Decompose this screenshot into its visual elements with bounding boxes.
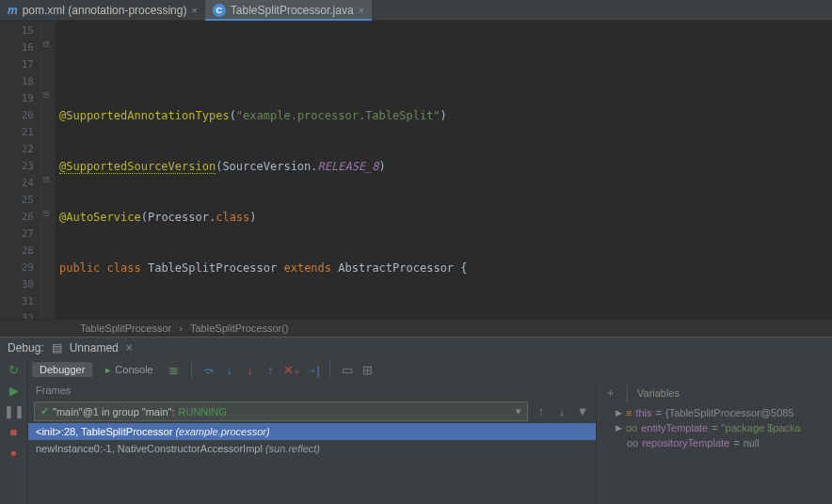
tab-debugger[interactable]: Debugger xyxy=(32,362,92,377)
frame-item[interactable]: newInstance0:-1, NativeConstructorAccess… xyxy=(28,440,596,457)
editor-tabs: m pom.xml (annotation-processing) × C Ta… xyxy=(0,0,832,21)
debug-panel: Debug: ▤ Unnamed × ↻ ▶ ❚❚ ■ ● Debugger ▸… xyxy=(0,337,832,504)
frames-title: Frames xyxy=(28,381,596,400)
fold-toggle[interactable]: ⊟ xyxy=(43,39,53,49)
fold-toggle[interactable]: ⊟ xyxy=(43,175,53,184)
thread-selector[interactable]: ✔ "main"@1 in group "main": RUNNING ▾ xyxy=(34,402,528,421)
debug-side-toolbar: ↻ ▶ ❚❚ ■ ● xyxy=(0,358,28,504)
step-over-icon[interactable]: ⤼ xyxy=(201,362,216,377)
expand-icon[interactable]: ▶ xyxy=(616,408,622,417)
drop-frame-icon[interactable]: ✕₊ xyxy=(284,362,299,377)
variable-item[interactable]: ▶ ≡ this = {TableSplitProcessor@5085 xyxy=(597,405,832,420)
step-into-icon[interactable]: ↓ xyxy=(222,362,237,377)
variables-title: Variables xyxy=(637,387,680,399)
tab-console[interactable]: ▸Console xyxy=(98,362,160,378)
variable-item[interactable]: ▶ oo entityTemplate = "package $packa xyxy=(597,420,832,435)
rerun-icon[interactable]: ↻ xyxy=(7,362,22,377)
class-icon: C xyxy=(213,4,226,17)
debug-tabs: Debugger ▸Console ≣ ⤼ ↓ ↓ ↑ ✕₊ →| ▭ ⊞ xyxy=(28,358,832,381)
debug-title: Debug: xyxy=(8,341,44,354)
add-watch-icon[interactable]: ＋ xyxy=(602,386,617,401)
variable-item[interactable]: oo repositoryTemplate = null xyxy=(597,435,832,450)
session-name[interactable]: Unnamed xyxy=(70,341,119,354)
fold-toggle[interactable]: ⊟ xyxy=(43,90,53,100)
frame-list[interactable]: <init>:28, TableSplitProcessor (example.… xyxy=(28,423,596,504)
breadcrumb-item[interactable]: TableSplitProcessor() xyxy=(185,323,294,334)
evaluate-icon[interactable]: ▭ xyxy=(340,362,355,377)
pause-icon[interactable]: ❚❚ xyxy=(7,403,22,418)
tab-java[interactable]: C TableSplitProcessor.java × xyxy=(205,0,372,20)
frame-item[interactable]: <init>:28, TableSplitProcessor (example.… xyxy=(28,423,596,440)
variables-panel: ＋ Variables ▶ ≡ this = {TableSplitProces… xyxy=(597,381,832,504)
prev-frame-icon[interactable]: ↑ xyxy=(534,404,549,419)
threads-icon[interactable]: ≣ xyxy=(167,362,182,377)
code-editor: 15 16 17 18 19 20 21 22 23 24 25 26 27 2… xyxy=(0,21,832,337)
settings-icon[interactable]: ⊞ xyxy=(360,362,376,377)
force-step-into-icon[interactable]: ↓ xyxy=(243,362,258,377)
run-to-cursor-icon[interactable]: →| xyxy=(305,362,320,377)
close-icon[interactable]: × xyxy=(126,341,133,354)
close-icon[interactable]: × xyxy=(191,5,197,16)
filter-icon[interactable]: ▼ xyxy=(575,404,590,419)
next-frame-icon[interactable]: ↓ xyxy=(554,404,569,419)
tab-label: TableSplitProcessor.java xyxy=(231,4,354,17)
code-area[interactable]: @SupportedAnnotationTypes("example.proce… xyxy=(56,21,832,319)
resume-icon[interactable]: ▶ xyxy=(7,383,22,398)
layout-icon[interactable]: ▤ xyxy=(52,341,62,354)
close-icon[interactable]: × xyxy=(359,5,364,16)
frames-panel: Frames ✔ "main"@1 in group "main": RUNNI… xyxy=(28,381,597,504)
fold-column: ⊟ ⊟ ⊟ ⊟ xyxy=(42,21,56,319)
step-out-icon[interactable]: ↑ xyxy=(264,362,279,377)
stop-icon[interactable]: ■ xyxy=(7,424,22,439)
expand-icon[interactable]: ▶ xyxy=(616,423,622,433)
fold-toggle[interactable]: ⊟ xyxy=(43,209,53,218)
line-gutter: 15 16 17 18 19 20 21 22 23 24 25 26 27 2… xyxy=(0,21,42,319)
maven-icon: m xyxy=(8,4,18,17)
breadcrumb: TableSplitProcessor › TableSplitProcesso… xyxy=(0,319,832,337)
breadcrumb-item[interactable]: TableSplitProcessor xyxy=(75,323,176,334)
tab-label: pom.xml (annotation-processing) xyxy=(23,4,187,17)
view-breakpoints-icon[interactable]: ● xyxy=(7,445,22,460)
tab-pom[interactable]: m pom.xml (annotation-processing) × xyxy=(0,0,205,20)
